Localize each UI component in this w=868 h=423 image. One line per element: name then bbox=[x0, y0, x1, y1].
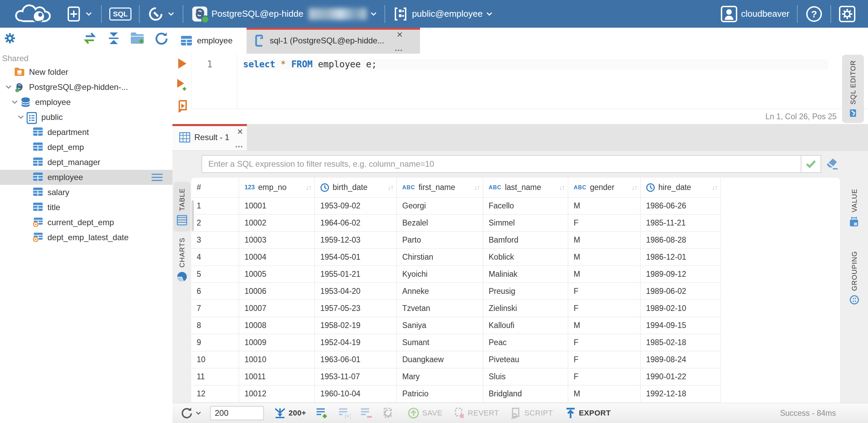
data-cell[interactable]: Parto bbox=[397, 232, 483, 249]
data-cell[interactable]: 1989-06-02 bbox=[641, 283, 721, 300]
fetch-more-button[interactable]: 200+ bbox=[274, 408, 306, 419]
data-cell[interactable]: 10005 bbox=[239, 266, 315, 283]
column-header-first_name[interactable]: ABCfirst_name↓↑ bbox=[397, 178, 483, 197]
row-number-cell[interactable]: 1 bbox=[191, 197, 239, 215]
data-cell[interactable]: F bbox=[568, 215, 641, 232]
data-cell[interactable]: 1963-06-01 bbox=[315, 351, 397, 368]
data-cell[interactable]: Bridgland bbox=[483, 385, 568, 402]
tree-item-employee[interactable]: employee bbox=[0, 95, 172, 110]
data-cell[interactable]: 1953-09-02 bbox=[315, 197, 397, 215]
chevron-down-icon[interactable] bbox=[5, 85, 12, 90]
data-cell[interactable]: Preusig bbox=[483, 283, 568, 300]
column-header-hire_date[interactable]: hire_date↓↑ bbox=[641, 178, 721, 197]
row-number-cell[interactable]: 11 bbox=[191, 368, 239, 385]
data-cell[interactable]: 1953-04-20 bbox=[315, 283, 397, 300]
chevron-down-icon[interactable] bbox=[17, 115, 24, 120]
sort-icon[interactable]: ↓↑ bbox=[388, 183, 393, 191]
fetch-size-input[interactable] bbox=[210, 406, 264, 420]
data-cell[interactable]: Bamford bbox=[483, 232, 568, 249]
refresh-tree-icon[interactable] bbox=[154, 31, 168, 45]
data-cell[interactable]: Simmel bbox=[483, 215, 568, 232]
sort-icon[interactable]: ↓↑ bbox=[559, 183, 564, 191]
tab-grouping-panel[interactable]: GROUPING bbox=[844, 244, 865, 311]
data-cell[interactable]: 1955-01-21 bbox=[315, 266, 397, 283]
data-cell[interactable]: Sluis bbox=[483, 368, 568, 385]
duplicate-row-button[interactable]: (+) bbox=[338, 407, 351, 419]
user-menu[interactable]: cloudbeaver bbox=[720, 5, 789, 23]
data-cell[interactable]: 1986-08-28 bbox=[641, 232, 721, 249]
data-cell[interactable]: F bbox=[568, 283, 641, 300]
execute-new-tab-button[interactable] bbox=[176, 78, 188, 91]
tree-item-public[interactable]: public bbox=[0, 110, 172, 125]
data-cell[interactable]: F bbox=[568, 334, 641, 351]
sort-icon[interactable]: ↓↑ bbox=[474, 183, 479, 191]
save-button[interactable]: SAVE bbox=[407, 407, 443, 419]
close-tab-icon[interactable]: × bbox=[397, 30, 403, 39]
data-cell[interactable]: Kyoichi bbox=[397, 266, 483, 283]
data-cell[interactable]: 1989-09-12 bbox=[641, 266, 721, 283]
data-cell[interactable]: 1986-12-01 bbox=[641, 249, 721, 266]
data-cell[interactable]: F bbox=[568, 300, 641, 317]
data-cell[interactable]: 10001 bbox=[239, 197, 315, 215]
chevron-down-icon[interactable] bbox=[11, 100, 18, 105]
column-header-birth_date[interactable]: birth_date↓↑ bbox=[315, 178, 397, 197]
execute-query-button[interactable] bbox=[177, 58, 187, 69]
tab-charts-view[interactable]: CHARTS bbox=[173, 236, 191, 284]
data-cell[interactable]: 10011 bbox=[239, 368, 315, 385]
data-cell[interactable]: M bbox=[568, 232, 641, 249]
tab-menu-icon[interactable]: … bbox=[394, 45, 403, 51]
data-cell[interactable]: Georgi bbox=[397, 197, 483, 215]
sidebar-settings-gear-icon[interactable] bbox=[4, 32, 16, 44]
data-cell[interactable]: 1992-12-18 bbox=[641, 385, 721, 402]
tree-item-dept-manager[interactable]: dept_manager bbox=[0, 155, 172, 170]
row-number-cell[interactable]: 4 bbox=[191, 249, 239, 266]
tree-item-employee[interactable]: employee bbox=[0, 170, 172, 185]
data-cell[interactable]: 1954-05-01 bbox=[315, 249, 397, 266]
data-cell[interactable]: 10012 bbox=[239, 385, 315, 402]
data-cell[interactable]: Facello bbox=[483, 197, 568, 215]
grid-scrollbar-thumb[interactable] bbox=[192, 200, 194, 231]
data-cell[interactable]: 1957-05-23 bbox=[315, 300, 397, 317]
item-menu-icon[interactable] bbox=[151, 174, 163, 181]
sort-icon[interactable]: ↓↑ bbox=[712, 183, 717, 191]
data-cell[interactable]: 1994-09-15 bbox=[641, 317, 721, 334]
tree-item-title[interactable]: title bbox=[0, 200, 172, 215]
data-cell[interactable]: Patricio bbox=[397, 385, 483, 402]
row-number-cell[interactable]: 6 bbox=[191, 283, 239, 300]
column-header-gender[interactable]: ABCgender↓↑ bbox=[568, 178, 641, 197]
data-cell[interactable]: 1989-02-10 bbox=[641, 300, 721, 317]
data-cell[interactable]: Bezalel bbox=[397, 215, 483, 232]
revert-button[interactable]: REVERT bbox=[453, 407, 499, 419]
data-cell[interactable]: Peac bbox=[483, 334, 568, 351]
data-cell[interactable]: Piveteau bbox=[483, 351, 568, 368]
sort-icon[interactable]: ↓↑ bbox=[631, 183, 637, 191]
tab-employee[interactable]: employee bbox=[172, 28, 247, 54]
collapse-all-icon[interactable] bbox=[107, 32, 121, 45]
column-header-emp_no[interactable]: 123emp_no↓↑ bbox=[239, 178, 315, 197]
new-folder-icon[interactable] bbox=[130, 32, 145, 45]
tab-result-1[interactable]: Result - 1 × … bbox=[172, 124, 247, 150]
data-cell[interactable]: 1959-12-03 bbox=[315, 232, 397, 249]
data-cell[interactable]: 10007 bbox=[239, 300, 315, 317]
data-cell[interactable]: 10008 bbox=[239, 317, 315, 334]
column-header-last_name[interactable]: ABClast_name↓↑ bbox=[483, 178, 568, 197]
tree-item-salary[interactable]: salary bbox=[0, 185, 172, 200]
tree-item-current-dept-emp[interactable]: current_dept_emp bbox=[0, 215, 172, 230]
row-number-cell[interactable]: 8 bbox=[191, 317, 239, 334]
sort-icon[interactable]: ↓↑ bbox=[306, 183, 311, 191]
tab-value-panel[interactable]: VALUE bbox=[844, 185, 865, 231]
clear-filter-button[interactable] bbox=[825, 158, 839, 170]
data-cell[interactable]: 1985-11-21 bbox=[641, 215, 721, 232]
data-cell[interactable]: Saniya bbox=[397, 317, 483, 334]
data-cell[interactable]: 10004 bbox=[239, 249, 315, 266]
data-cell[interactable]: F bbox=[568, 368, 641, 385]
script-button[interactable]: SCRIPT bbox=[510, 407, 553, 419]
data-cell[interactable]: M bbox=[568, 317, 641, 334]
data-cell[interactable]: 1989-08-24 bbox=[641, 351, 721, 368]
data-cell[interactable]: 10003 bbox=[239, 232, 315, 249]
data-cell[interactable]: Chirstian bbox=[397, 249, 483, 266]
data-cell[interactable]: 1960-10-04 bbox=[315, 385, 397, 402]
data-cell[interactable]: 1952-04-19 bbox=[315, 334, 397, 351]
row-number-cell[interactable]: 2 bbox=[191, 215, 239, 232]
data-cell[interactable]: 1985-02-18 bbox=[641, 334, 721, 351]
